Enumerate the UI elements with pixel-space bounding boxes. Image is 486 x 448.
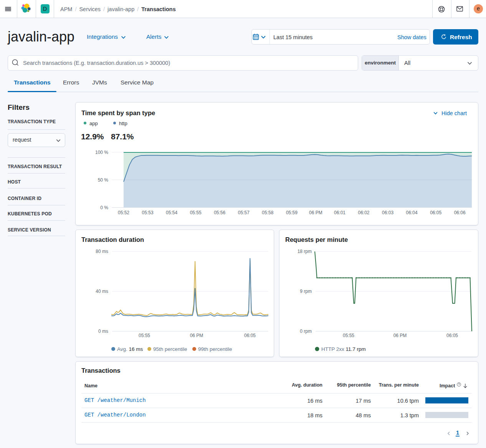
svg-text:05:55: 05:55 bbox=[139, 333, 150, 338]
svg-text:06:06: 06:06 bbox=[454, 210, 466, 215]
svg-text:0 ms: 0 ms bbox=[98, 329, 108, 334]
svg-text:05:55: 05:55 bbox=[343, 333, 354, 338]
svg-text:40 ms: 40 ms bbox=[96, 289, 108, 294]
svg-text:05:59: 05:59 bbox=[286, 210, 298, 215]
svg-text:80 ms: 80 ms bbox=[96, 249, 108, 254]
svg-text:Avg. 16 ms: Avg. 16 ms bbox=[117, 346, 143, 352]
svg-text:05:52: 05:52 bbox=[118, 210, 129, 215]
svg-text:05:57: 05:57 bbox=[238, 210, 250, 215]
svg-text:05:58: 05:58 bbox=[262, 210, 273, 215]
svg-text:05:56: 05:56 bbox=[214, 210, 225, 215]
svg-text:0 %: 0 % bbox=[100, 205, 108, 210]
svg-text:06:04: 06:04 bbox=[406, 210, 418, 215]
svg-text:9 rpm: 9 rpm bbox=[300, 289, 312, 294]
svg-text:HTTP 2xx 11.7 rpm: HTTP 2xx 11.7 rpm bbox=[321, 346, 366, 352]
svg-text:05:53: 05:53 bbox=[142, 210, 154, 215]
svg-text:06:01: 06:01 bbox=[334, 210, 345, 215]
svg-text:06:05: 06:05 bbox=[446, 333, 458, 338]
svg-text:0 rpm: 0 rpm bbox=[300, 329, 312, 334]
svg-text:100 %: 100 % bbox=[95, 150, 108, 155]
svg-text:50 %: 50 % bbox=[98, 177, 109, 183]
svg-text:95th percentile: 95th percentile bbox=[153, 346, 187, 352]
svg-text:06:02: 06:02 bbox=[358, 210, 369, 215]
svg-text:06:05: 06:05 bbox=[244, 333, 256, 338]
svg-text:06:05: 06:05 bbox=[430, 210, 441, 215]
svg-text:05:54: 05:54 bbox=[166, 210, 177, 215]
svg-text:99th percentile: 99th percentile bbox=[198, 346, 232, 352]
svg-text:18 rpm: 18 rpm bbox=[298, 249, 312, 254]
svg-text:06 PM: 06 PM bbox=[309, 210, 322, 215]
svg-text:06 PM: 06 PM bbox=[190, 333, 203, 338]
svg-text:06 PM: 06 PM bbox=[393, 333, 407, 338]
svg-text:06:03: 06:03 bbox=[382, 210, 393, 215]
svg-text:05:55: 05:55 bbox=[190, 210, 202, 215]
